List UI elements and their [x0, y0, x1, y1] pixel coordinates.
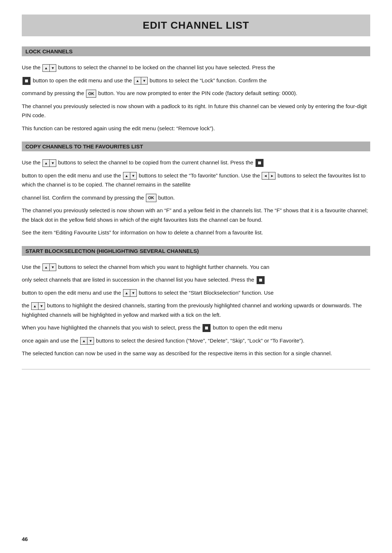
up-arrow: ▲ [134, 77, 141, 84]
section-blockselection: START BLOCKSELECTION (HIGHLIGHTING SEVER… [22, 246, 370, 358]
section-header-block: START BLOCKSELECTION (HIGHLIGHTING SEVER… [22, 246, 370, 256]
up-arrow: ▲ [43, 65, 49, 71]
down-arrow: ▼ [49, 65, 56, 71]
section-header-lock: LOCK CHANNELS [22, 46, 370, 56]
block-para-3: button to open the edit menu and use the… [22, 288, 370, 298]
right-arrow: ► [269, 172, 275, 179]
up-arrow: ▲ [81, 337, 87, 344]
lock-para-1: Use the ▲▼ buttons to select the channel… [22, 63, 370, 72]
up-down-btn-6: ▲▼ [123, 289, 137, 297]
section-header-copy: COPY CHANNELS TO THE FAVOURITES LIST [22, 142, 370, 151]
dot-btn-2 [256, 159, 264, 167]
page: EDIT CHANNEL LIST LOCK CHANNELS Use the … [0, 0, 392, 553]
down-arrow: ▼ [38, 303, 45, 310]
copy-para-2: button to open the edit menu and use the… [22, 171, 370, 189]
block-para-7: The selected function can now be used in… [22, 349, 370, 358]
left-right-btn-1: ◄► [262, 172, 275, 180]
up-down-btn-4: ▲▼ [123, 172, 137, 180]
down-arrow: ▼ [141, 77, 147, 84]
down-arrow: ▼ [49, 264, 56, 271]
down-arrow: ▼ [130, 290, 136, 296]
dot-btn-1 [23, 77, 30, 85]
block-para-4: the ▲▼ buttons to highlight the desired … [22, 301, 370, 319]
copy-para-1: Use the ▲▼ buttons to select the channel… [22, 158, 370, 167]
ok-btn-2: OK [146, 194, 156, 202]
up-down-btn-3: ▲▼ [42, 159, 56, 167]
up-down-btn-8: ▲▼ [80, 337, 94, 345]
down-arrow: ▼ [87, 337, 94, 344]
copy-para-4: The channel you previously selected is n… [22, 206, 370, 224]
up-down-btn-2: ▲▼ [134, 77, 148, 85]
section-lock-channels: LOCK CHANNELS Use the ▲▼ buttons to sele… [22, 46, 370, 133]
down-arrow: ▼ [49, 160, 56, 167]
section-copy-channels: COPY CHANNELS TO THE FAVOURITES LIST Use… [22, 142, 370, 237]
block-para-6: once again and use the ▲▼ buttons to sel… [22, 336, 370, 345]
down-arrow: ▼ [130, 172, 136, 179]
left-arrow: ◄ [262, 172, 269, 179]
block-para-2: only select channels that are listed in … [22, 275, 370, 284]
copy-para-3: channel list. Confirm the command by pre… [22, 193, 370, 202]
up-arrow: ▲ [123, 290, 130, 296]
up-down-btn-7: ▲▼ [31, 302, 45, 310]
copy-para-5: See the item “Editing Favourite Lists” f… [22, 228, 370, 237]
up-arrow: ▲ [43, 160, 49, 167]
up-down-btn-5: ▲▼ [42, 263, 56, 271]
lock-para-3: command by pressing the OK button. You a… [22, 89, 370, 98]
dot-btn-4 [203, 324, 211, 332]
lock-para-5: This function can be restored again usin… [22, 124, 370, 133]
page-number: 46 [22, 536, 28, 542]
lock-para-4: The channel you previously selected is n… [22, 102, 370, 120]
page-title: EDIT CHANNEL LIST [22, 15, 370, 36]
block-para-1: Use the ▲▼ buttons to select the channel… [22, 262, 370, 272]
bottom-divider [22, 369, 370, 369]
lock-para-2: button to open the edit menu and use the… [22, 76, 370, 85]
dot-btn-3 [257, 276, 265, 284]
up-arrow: ▲ [123, 172, 130, 179]
ok-btn-1: OK [86, 90, 97, 98]
up-arrow: ▲ [43, 264, 49, 271]
up-arrow: ▲ [32, 303, 38, 310]
block-para-5: When you have highlighted the channels t… [22, 323, 370, 332]
up-down-btn-1: ▲▼ [42, 64, 56, 72]
